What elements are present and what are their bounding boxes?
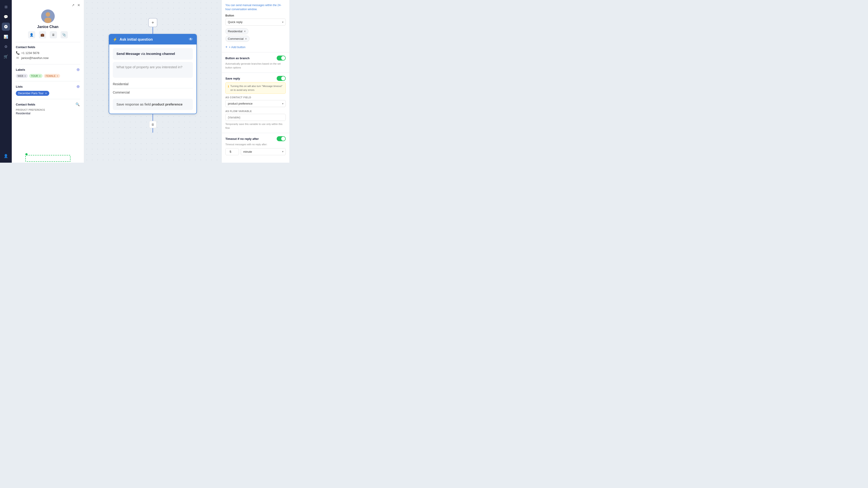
add-label-button[interactable]: ⊕ <box>76 68 80 72</box>
label-web[interactable]: WEB ✕ <box>16 74 28 78</box>
chip-commercial[interactable]: Commercial ✕ <box>225 36 250 42</box>
external-link-button[interactable]: ↗ <box>71 3 75 8</box>
lists-section: Lists ⊕ December Paris Tour ✕ <box>12 81 84 99</box>
green-dot-area <box>25 153 66 163</box>
label-tour[interactable]: TOUR ✕ <box>29 74 42 78</box>
sidebar-icon-analytics[interactable]: 📊 <box>2 33 10 41</box>
as-flow-variable-label: AS FLOW VARIABLE <box>225 110 286 112</box>
timeout-unit-select-wrapper[interactable]: minute hour day <box>241 148 286 155</box>
eye-icon[interactable]: 👁 <box>189 37 193 42</box>
add-node-button[interactable]: + <box>148 18 157 27</box>
sidebar-icon-flow[interactable] <box>2 23 10 31</box>
branch-description: Automatically generate branches based on… <box>225 62 286 69</box>
send-message-text: Send Message <box>116 52 140 56</box>
save-reply-label: Save reply <box>225 77 240 80</box>
warning-text: Turning this on will also turn "Message … <box>230 84 283 92</box>
timeout-unit-select[interactable]: minute hour day <box>241 148 286 155</box>
save-reply-toggle[interactable] <box>277 76 286 81</box>
contact-field-select-wrapper[interactable]: product preference <box>225 100 286 107</box>
label-female[interactable]: FEMALE ✕ <box>44 74 60 78</box>
contact-name: Janice Chan <box>37 25 58 29</box>
remove-label-web[interactable]: ✕ <box>24 75 26 77</box>
rp-save-reply-section: Save reply ℹ Turning this on will also t… <box>222 73 289 133</box>
node-title: Ask initial question <box>120 37 186 41</box>
flow-canvas: + ⚡ Ask initial question 👁 Send Message … <box>84 0 221 163</box>
sidebar-icon-chat[interactable]: 💬 <box>2 13 10 21</box>
connector-line-bottom <box>153 114 153 121</box>
button-as-branch-toggle[interactable] <box>277 56 286 61</box>
lists-title: Lists ⊕ <box>16 85 80 89</box>
chip-x-commercial[interactable]: ✕ <box>245 37 247 40</box>
sidebar-icon-shop[interactable]: 🛒 <box>2 53 10 61</box>
contact-fields-title: Contact fields <box>16 45 80 49</box>
variable-helper: Temporarily save this variable to use on… <box>225 122 286 130</box>
send-message-box: Send Message via Incoming channel <box>113 48 193 60</box>
contact-tab-person[interactable]: 👤 <box>28 31 35 38</box>
timeout-toggle[interactable] <box>277 136 286 141</box>
contact-tab-computer[interactable]: 🖥 <box>50 31 57 38</box>
labels-title: Labels ⊕ <box>16 68 80 72</box>
rp-info-text: You can send manual messages within the … <box>225 3 286 11</box>
timeout-row: Timeout if no reply after <box>225 136 286 141</box>
phone-icon: 📞 <box>16 51 20 55</box>
as-contact-field-label: AS CONTACT FIELD <box>225 96 286 99</box>
sidebar-icon-grid[interactable]: ⊞ <box>2 3 10 11</box>
plus-icon-add: + <box>225 45 227 49</box>
save-response-bold: product preference <box>152 102 183 106</box>
connector-line-top <box>153 27 153 34</box>
node-body: Send Message via Incoming channel What t… <box>109 44 196 113</box>
as-flow-variable-section: AS FLOW VARIABLE Temporarily save this v… <box>225 110 286 130</box>
right-panel: You can send manual messages within the … <box>221 0 289 163</box>
contact-fields-basic: Contact fields 📞 +1 1234 5678 ✉ janice@h… <box>12 42 84 64</box>
contact-tab-attachment[interactable]: 📎 <box>61 31 68 38</box>
chip-x-residential[interactable]: ✕ <box>244 30 246 33</box>
question-box: What type of property are you interested… <box>113 62 193 78</box>
product-preference-value: Residential <box>16 111 80 115</box>
node-header: ⚡ Ask initial question 👁 <box>109 34 196 44</box>
add-button-row[interactable]: + + Add button <box>225 43 286 49</box>
chip-area: Residential ✕ Commercial ✕ <box>225 28 286 42</box>
button-type-label: Button <box>225 14 286 17</box>
warning-icon: ℹ <box>228 84 229 92</box>
contact-field-select[interactable]: product preference <box>225 100 286 107</box>
contact-email: janice@havefun.now <box>21 56 49 60</box>
rp-info-section: You can send manual messages within the … <box>222 0 289 53</box>
contact-avatar-section: Janice Chan 👤 💼 🖥 📎 <box>12 8 84 42</box>
timeout-helper: Timeout messages with no reply after: <box>225 142 286 147</box>
button-type-select-wrapper[interactable]: Quick reply URL Phone Postback <box>225 19 286 26</box>
svg-point-1 <box>46 12 50 17</box>
timeout-number-input[interactable] <box>225 148 239 155</box>
lists-row: December Paris Tour ✕ <box>16 91 80 96</box>
sidebar-icon-settings[interactable]: ⚙ <box>2 42 10 51</box>
chip-residential[interactable]: Residential ✕ <box>225 28 248 34</box>
flow-node-ask-question: + ⚡ Ask initial question 👁 Send Message … <box>109 18 197 133</box>
search-contact-fields-button[interactable]: 🔍 <box>75 102 80 106</box>
button-as-branch-row: Button as branch <box>225 56 286 61</box>
contact-phone-row: 📞 +1 1234 5678 <box>16 51 80 55</box>
remove-label-tour[interactable]: ✕ <box>39 75 41 77</box>
sidebar: ⊞ 💬 📊 ⚙ 🛒 👤 <box>0 0 12 163</box>
remove-label-female[interactable]: ✕ <box>57 75 58 77</box>
button-type-select[interactable]: Quick reply URL Phone Postback <box>225 19 286 26</box>
sidebar-icon-user[interactable]: 👤 <box>2 152 10 160</box>
close-contact-panel-button[interactable]: ✕ <box>77 3 81 8</box>
plus-icon: + <box>151 20 154 25</box>
timeout-label: Timeout if no reply after <box>225 137 259 140</box>
delete-node-button[interactable]: 🗑 <box>149 121 156 128</box>
save-reply-row: Save reply <box>225 76 286 81</box>
remove-list-item[interactable]: ✕ <box>45 92 47 95</box>
warning-box: ℹ Turning this on will also turn "Messag… <box>225 82 286 94</box>
node-lightning-icon: ⚡ <box>113 37 117 41</box>
add-list-button[interactable]: ⊕ <box>76 85 80 89</box>
list-december-paris-tour[interactable]: December Paris Tour ✕ <box>16 91 49 96</box>
contact-tab-bag[interactable]: 💼 <box>39 31 46 38</box>
node-card: ⚡ Ask initial question 👁 Send Message vi… <box>109 34 197 114</box>
chip-row: Residential ✕ <box>225 28 286 34</box>
button-as-branch-label: Button as branch <box>225 57 250 60</box>
add-button-label: + Add button <box>229 45 245 49</box>
flow-variable-input[interactable] <box>225 114 286 121</box>
svg-point-2 <box>44 18 52 23</box>
avatar <box>41 9 55 23</box>
options-list: Residential Commercial <box>113 80 193 96</box>
save-response-box: Save response as field product preferenc… <box>113 99 193 110</box>
